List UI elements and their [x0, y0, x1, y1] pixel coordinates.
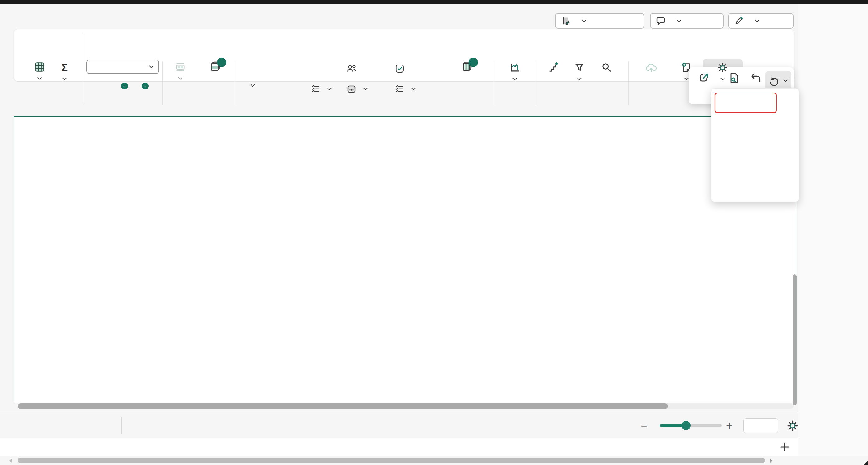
- manage-columns-button[interactable]: [555, 13, 644, 29]
- insert-row-icon: [175, 61, 186, 72]
- add-sheet-button[interactable]: [779, 441, 790, 453]
- audit-column-button[interactable]: [395, 84, 416, 94]
- chevron-down-icon: [581, 19, 587, 23]
- zoom-slider-thumb[interactable]: [682, 421, 690, 430]
- layout-button[interactable]: [28, 61, 51, 82]
- chevron-down-icon: [512, 77, 518, 81]
- zoom-in-button[interactable]: +: [726, 419, 733, 433]
- date-column-button[interactable]: [346, 84, 368, 94]
- manage-measures-badge: [469, 58, 478, 67]
- tabbar-scrollbar[interactable]: [18, 458, 765, 463]
- arrow-right-icon: →: [142, 83, 149, 89]
- highlight-red-box: [714, 93, 777, 113]
- search-button[interactable]: [592, 62, 620, 73]
- person-column-button[interactable]: [346, 63, 360, 74]
- resize-corner: [864, 461, 868, 465]
- manage-rows-badge: [217, 58, 226, 67]
- manage-measures-button[interactable]: [448, 60, 485, 72]
- plan-chart-icon: [509, 61, 521, 73]
- manage-rows-button[interactable]: [199, 60, 231, 72]
- status-divider: [121, 417, 122, 434]
- chevron-down-icon: [411, 87, 416, 91]
- chevron-down-icon: [62, 77, 67, 81]
- writeback-cloud-icon: [645, 62, 657, 74]
- undo-icon[interactable]: [750, 72, 762, 84]
- insert-row-button: [167, 61, 193, 82]
- right-sidebar: [798, 4, 868, 456]
- status-bar: [0, 413, 868, 438]
- chevron-down-icon: [720, 77, 725, 81]
- editing-pencil-icon: [734, 16, 744, 26]
- table-vertical-scrollbar[interactable]: [793, 274, 797, 405]
- window-top-bar: [0, 0, 868, 4]
- sheet-tab-bar: [0, 438, 868, 456]
- zoom-level[interactable]: [743, 418, 778, 433]
- comments-icon: [656, 16, 665, 26]
- number-column-button[interactable]: [244, 84, 256, 87]
- calendar-icon: [346, 84, 356, 94]
- table-dimensions: [21, 422, 27, 430]
- chevron-down-icon: [783, 79, 788, 83]
- ribbon: Σ ← →: [14, 29, 794, 82]
- reset-icon: [768, 75, 780, 87]
- chevron-down-icon: [363, 87, 368, 91]
- person-icon: [346, 63, 357, 74]
- manage-columns-icon: [561, 16, 571, 26]
- chevron-down-icon: [250, 84, 256, 87]
- editing-mode-button[interactable]: [728, 13, 794, 29]
- checkbox-column-button[interactable]: [395, 63, 408, 74]
- layout-icon: [34, 61, 45, 72]
- arrow-left-icon: ←: [121, 83, 128, 89]
- scroll-right-arrow-icon[interactable]: [770, 458, 772, 463]
- top-n-icon: [548, 62, 559, 73]
- table-horizontal-scrollbar[interactable]: [18, 403, 668, 409]
- sigma-icon: Σ: [53, 61, 76, 73]
- top-n-button[interactable]: [541, 62, 566, 73]
- chevron-down-icon: [577, 77, 582, 81]
- filter-icon: [574, 62, 585, 73]
- search-icon: [601, 62, 612, 73]
- writeback-button: [633, 62, 670, 74]
- list-icon: [310, 84, 320, 94]
- table-settings-gear-icon[interactable]: [786, 419, 799, 432]
- chevron-down-icon: [37, 77, 42, 80]
- pivot-table: [14, 116, 797, 403]
- plan-button[interactable]: [500, 61, 530, 83]
- checkbox-icon: [395, 63, 405, 74]
- scroll-left-arrow-icon[interactable]: [9, 458, 12, 463]
- chevron-down-icon: [754, 19, 760, 23]
- gear-icon: [717, 62, 728, 73]
- chevron-down-icon: [327, 87, 332, 91]
- reset-context-menu: [711, 88, 799, 202]
- chevron-down-icon: [676, 19, 682, 23]
- zoom-out-button[interactable]: −: [641, 419, 647, 433]
- list-column-button[interactable]: [310, 84, 332, 94]
- audit-icon: [395, 84, 404, 94]
- menu-bar: [0, 4, 868, 29]
- others-button-content[interactable]: [705, 62, 741, 83]
- comments-button[interactable]: [650, 13, 723, 29]
- filter-button[interactable]: [567, 62, 591, 83]
- totals-button[interactable]: Σ: [53, 61, 76, 83]
- chevron-down-icon: [149, 65, 154, 68]
- quick-format-select[interactable]: [86, 60, 159, 74]
